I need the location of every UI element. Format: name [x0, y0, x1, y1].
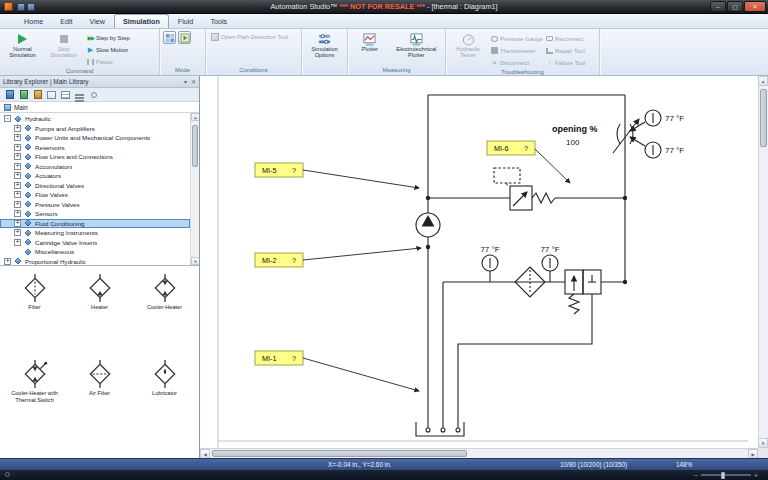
- mi5-label[interactable]: MI-5 ?: [255, 163, 419, 188]
- zoom-in-icon[interactable]: +: [754, 472, 758, 479]
- close-icon[interactable]: ✕: [744, 1, 766, 12]
- main-library-icon[interactable]: [4, 89, 15, 100]
- tree-item-accumulators[interactable]: +Accumulators: [0, 162, 190, 172]
- expand-icon[interactable]: +: [14, 163, 21, 170]
- plotter-button[interactable]: Plotter: [351, 31, 389, 52]
- tree-item-hydraulic[interactable]: -Hydraulic: [0, 114, 190, 124]
- palette-item-filter[interactable]: Filter: [2, 272, 67, 356]
- expand-icon[interactable]: +: [14, 125, 21, 132]
- expand-icon[interactable]: +: [14, 239, 21, 246]
- scroll-thumb[interactable]: [192, 125, 198, 167]
- tree-item-pressure-valves[interactable]: +Pressure Valves: [0, 200, 190, 210]
- pipe[interactable]: [601, 198, 625, 282]
- tree-item-directional-valves[interactable]: +Directional Valves: [0, 181, 190, 191]
- zoom-slider[interactable]: − +: [694, 471, 758, 479]
- pipe[interactable]: [458, 294, 592, 428]
- pressure-gauge-button[interactable]: Pressure Gauge: [489, 33, 543, 44]
- tree-item-power-units-and-mechanical-components[interactable]: +Power Units and Mechanical Components: [0, 133, 190, 143]
- variable-orifice-symbol[interactable]: [613, 119, 639, 153]
- tab-tools[interactable]: Tools: [202, 15, 235, 28]
- palette-item-cooler-heater-with-thermal-switch[interactable]: Cooler-Heater with Thermal Switch: [2, 358, 67, 442]
- temperature-gauge[interactable]: [542, 255, 558, 282]
- expand-icon[interactable]: +: [14, 172, 21, 179]
- pause-button[interactable]: Pause: [85, 56, 132, 67]
- step-by-step-button[interactable]: ▶▶ Step by Step: [85, 32, 132, 43]
- tree-item-actuators[interactable]: +Actuators: [0, 171, 190, 181]
- tree-item-proportional-hydraulic[interactable]: +Proportional Hydraulic: [0, 257, 190, 267]
- mi6-label[interactable]: MI-6 ?: [487, 141, 570, 183]
- expand-icon[interactable]: +: [14, 144, 21, 151]
- details-view-icon[interactable]: [60, 89, 71, 100]
- tree-scrollbar[interactable]: ▲ ▼: [190, 113, 199, 265]
- tree-item-miscellaneous[interactable]: Miscellaneous: [0, 247, 190, 257]
- normal-simulation-button[interactable]: Normal Simulation: [3, 31, 42, 59]
- minimize-icon[interactable]: –: [710, 1, 726, 12]
- design-mode-icon[interactable]: [163, 31, 176, 44]
- tab-simulation[interactable]: Simulation: [114, 14, 169, 28]
- expand-icon[interactable]: +: [14, 182, 21, 189]
- mi2-label[interactable]: MI-2 ?: [255, 248, 421, 267]
- tree-item-sensors[interactable]: +Sensors: [0, 209, 190, 219]
- tree-item-fluid-conditioning[interactable]: +Fluid Conditioning: [0, 219, 190, 229]
- expand-icon[interactable]: +: [4, 258, 11, 265]
- mi1-label[interactable]: MI-1 ?: [255, 351, 419, 391]
- collapse-icon[interactable]: -: [4, 115, 11, 122]
- tree-item-pumps-and-amplifiers[interactable]: +Pumps and Amplifiers: [0, 124, 190, 134]
- expand-icon[interactable]: +: [14, 220, 21, 227]
- panel-menu-icon[interactable]: ▾: [184, 78, 187, 85]
- relief-valve-symbol[interactable]: [494, 168, 555, 210]
- temperature-gauge[interactable]: [630, 137, 661, 158]
- palette-item-cooler-heater[interactable]: Cooler-Heater: [132, 272, 197, 356]
- scroll-down-icon[interactable]: ▼: [758, 438, 768, 448]
- hydraulic-tester-button[interactable]: Hydraulic Tester: [449, 31, 487, 59]
- pin-icon[interactable]: [88, 89, 99, 100]
- scroll-up-icon[interactable]: ▲: [758, 76, 768, 86]
- pump-symbol[interactable]: [416, 213, 440, 237]
- slow-motion-button[interactable]: ▶ Slow Motion: [85, 44, 132, 55]
- tree-item-reservoirs[interactable]: +Reservoirs: [0, 143, 190, 153]
- scroll-up-icon[interactable]: ▲: [191, 113, 199, 121]
- zoom-thumb[interactable]: [721, 472, 725, 479]
- tab-view[interactable]: View: [82, 15, 113, 28]
- temperature-gauge[interactable]: [482, 255, 498, 282]
- tree-item-cartridge-valve-inserts[interactable]: +Cartridge Valve Inserts: [0, 238, 190, 248]
- expand-icon[interactable]: +: [14, 191, 21, 198]
- scroll-down-icon[interactable]: ▼: [191, 257, 199, 265]
- disconnect-button[interactable]: ✕ Disconnect: [489, 57, 543, 68]
- thermometer-button[interactable]: Thermometer: [489, 45, 543, 56]
- tree-item-flow-valves[interactable]: +Flow Valves: [0, 190, 190, 200]
- catalog-selector[interactable]: Main: [0, 102, 199, 113]
- expand-icon[interactable]: +: [14, 153, 21, 160]
- zoom-out-icon[interactable]: −: [694, 472, 698, 479]
- panel-close-icon[interactable]: ✕: [191, 78, 196, 85]
- temperature-gauge[interactable]: [630, 110, 661, 131]
- reservoir-symbol[interactable]: [416, 422, 464, 436]
- horizontal-scrollbar[interactable]: ◀ ▶: [200, 448, 758, 458]
- sort-icon[interactable]: [74, 89, 85, 100]
- tree-item-measuring-instruments[interactable]: +Measuring Instruments: [0, 228, 190, 238]
- undo-icon[interactable]: [27, 3, 35, 11]
- electrotechnical-plotter-button[interactable]: Electrotechnical Plotter: [391, 31, 442, 59]
- maximize-icon[interactable]: ▢: [727, 1, 743, 12]
- open-path-detection-button[interactable]: Open Path Detection Tool: [209, 31, 290, 42]
- diagram-canvas[interactable]: opening % 100 77 °F 77 °F: [200, 76, 758, 448]
- scroll-thumb[interactable]: [760, 89, 767, 147]
- save-icon[interactable]: [17, 3, 25, 11]
- palette-item-lubricator[interactable]: Lubricator: [132, 358, 197, 442]
- expand-icon[interactable]: +: [14, 229, 21, 236]
- zoom-track[interactable]: [701, 474, 751, 476]
- simulation-mode-icon[interactable]: [178, 31, 191, 44]
- palette-item-air-filter[interactable]: Air Filter: [67, 358, 132, 442]
- stop-simulation-button[interactable]: Stop Simulation: [44, 31, 83, 59]
- reconnect-button[interactable]: Reconnect: [544, 33, 596, 44]
- expand-icon[interactable]: +: [14, 134, 21, 141]
- palette-item-heater[interactable]: Heater: [67, 272, 132, 356]
- tab-fluid[interactable]: Fluid: [170, 15, 202, 28]
- tab-home[interactable]: Home: [16, 15, 51, 28]
- simulation-options-button[interactable]: Simulation Options: [305, 31, 344, 59]
- scroll-thumb[interactable]: [212, 450, 467, 457]
- expand-icon[interactable]: +: [14, 201, 21, 208]
- tab-edit[interactable]: Edit: [52, 15, 80, 28]
- list-view-icon[interactable]: [46, 89, 57, 100]
- expand-icon[interactable]: +: [14, 210, 21, 217]
